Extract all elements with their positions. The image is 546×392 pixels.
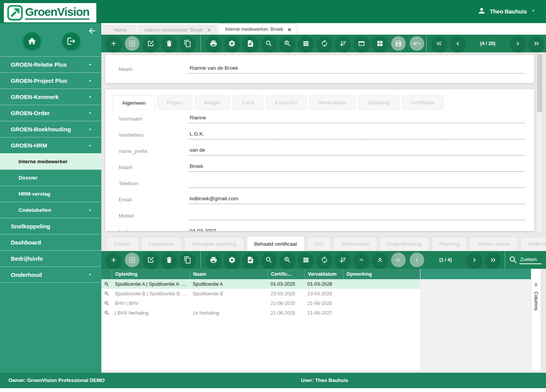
tab-opleiding[interactable]: Opleiding [358,95,399,110]
tab-werkrooster[interactable]: Werkrooster [333,237,377,251]
window-tab-interne-medewerker-broek[interactable]: Interne medewerker: Broek× [218,23,298,35]
field-value[interactable]: 04-03-2007 [189,228,255,231]
table-row[interactable]: BHV | BHV21-06-202521-06-2025 [101,298,420,308]
export-button[interactable] [243,36,258,51]
table-search-button[interactable]: Zoeken [509,255,541,265]
logout-button[interactable] [62,32,80,50]
table-list-view-button[interactable] [299,253,313,267]
sidebar-item-onderhoud[interactable]: Onderhoud [0,266,101,283]
sidebar-item-bedrijfsinfo[interactable]: Bedrijfsinfo [0,250,101,266]
row-detail-button[interactable] [101,281,112,287]
print-table-button[interactable] [206,253,221,267]
copy-button[interactable] [180,36,195,51]
delete-button[interactable] [162,36,176,51]
table-row[interactable]: Spuitlicentie B | Spuitlicentie B: ...Sp… [101,289,420,298]
sidebar-item-groen-relatie-plus[interactable]: GROEN-Relatie Plus [0,56,101,72]
zoom-button[interactable] [280,36,295,51]
vertical-scrollbar[interactable] [536,54,543,232]
window-tab-interne-medewerker-broek[interactable]: Interne medewerker: Broek× [138,25,217,35]
user-menu-button[interactable]: Theo Bauhuis [477,7,536,17]
sidebar-item-hrm-verslag[interactable]: HRM-verslag [0,186,101,202]
next-record-button[interactable] [511,36,525,51]
scrollbar-thumb[interactable] [537,54,542,112]
table-settings-button[interactable] [225,253,239,267]
sort-button[interactable] [336,36,350,51]
sidebar-item-groen-hrm[interactable]: GROEN-HRM [0,137,101,153]
delete-row-button[interactable] [162,253,176,267]
export-table-button[interactable] [243,253,258,267]
row-detail-button[interactable] [101,291,112,297]
tab-dossier[interactable]: Dossier [106,237,139,251]
previous-record-button[interactable] [450,36,465,51]
tab-certificaat[interactable]: Certificaat [402,95,444,110]
tab-algemeen[interactable]: Algemeen [113,95,155,111]
field-value[interactable] [189,212,525,220]
copy-row-button[interactable] [180,253,195,267]
row-detail-button[interactable] [101,310,112,316]
tab-project[interactable]: Project [158,95,192,110]
sidebar-item-snelkoppeling[interactable]: Snelkoppeling [0,218,101,234]
field-value[interactable]: van de [189,147,525,156]
columns-panel-tab[interactable]: Columns [531,280,541,370]
tab-behaald-certificaat[interactable]: Behaald certificaat [247,236,305,251]
sidebar-item-groen-project-plus[interactable]: GROEN-Project Plus [0,72,101,89]
column-header-certific[interactable]: Certific...↑ [267,269,304,279]
first-record-button[interactable] [432,36,447,51]
sidebar-item-groen-kenmerk[interactable]: GROEN-Kenmerk [0,89,101,105]
tab-interne-uitvoer[interactable]: Interne uitvoer [469,237,518,251]
sidebar-item-interne-medewerker[interactable]: Interne medewerker [0,153,101,169]
grid-view-button[interactable] [373,36,387,51]
row-detail-button[interactable] [101,301,112,306]
tab-hrm-verslag[interactable]: HRM-verslag [521,237,546,251]
field-value[interactable]: Rianne van de Broek [189,65,525,74]
window-tab-home[interactable]: Home [103,25,137,35]
edit-button[interactable] [143,36,158,51]
next-row-button[interactable] [467,253,482,267]
add-button[interactable] [106,36,121,51]
column-header-naam[interactable]: Naam [190,269,267,279]
sidebar-item-codetabellen[interactable]: Codetabellen [0,202,101,218]
table-row[interactable]: | BHV herhaling1e herhaling21-06-202521-… [101,308,420,318]
tab-extra-info[interactable]: Extra info [266,95,306,110]
tab-werkrooster[interactable]: Werkrooster [309,95,356,110]
field-value[interactable] [189,179,525,188]
settings-button[interactable] [225,36,239,51]
column-header-magnifier[interactable] [101,269,112,279]
table-row[interactable]: Spuitlicentie A | Spuitlicentie A: ...Sp… [101,279,420,289]
sidebar-item-groen-order[interactable]: GROEN-Order [0,105,101,121]
move-to-top-button[interactable] [373,253,387,267]
add-row-button[interactable] [106,253,121,267]
close-icon[interactable]: × [207,27,211,33]
last-record-button[interactable] [529,36,544,51]
window-view-button[interactable] [354,36,369,51]
column-header-opleiding[interactable]: Opleiding [112,269,190,279]
collapse-sidebar-button[interactable] [87,26,97,35]
tab-planning[interactable]: Planning [432,237,467,251]
tab-extra[interactable]: Extra [233,95,264,110]
field-value[interactable]: L.G.K. [189,131,525,139]
tab-gevolgde-opleiding[interactable]: Gevolgde opleiding [184,237,244,251]
sidebar-item-groen-boekhouding[interactable]: GROEN-Boekhouding [0,121,101,137]
search-button[interactable] [262,36,276,51]
refresh-table-button[interactable] [317,253,332,267]
column-header-vervaldatum[interactable]: Vervaldatum [304,269,343,279]
tab-legitimatie[interactable]: Legitimatie [141,237,182,251]
edit-row-button[interactable] [143,253,158,267]
last-row-button[interactable] [486,253,500,267]
zoom-table-button[interactable] [280,253,295,267]
move-up-button[interactable] [354,253,369,267]
field-value[interactable]: lvdbroek@gmail.com [189,196,525,204]
field-value[interactable]: Broek [189,163,525,172]
refresh-button[interactable] [317,36,332,51]
print-button[interactable] [206,36,221,51]
sidebar-item-dashboard[interactable]: Dashboard [0,234,101,250]
tab-budget[interactable]: Budget [195,95,230,110]
sidebar-item-dossier[interactable]: Dossier [0,169,101,186]
list-view-button[interactable] [299,36,313,51]
close-icon[interactable]: × [288,27,291,32]
sort-table-button[interactable] [336,253,350,267]
tab-info[interactable]: Info [307,237,331,251]
field-value[interactable]: Rianne [189,115,525,123]
column-header-opmerking[interactable]: Opmerking [343,269,420,279]
search-table-button[interactable] [262,253,276,267]
